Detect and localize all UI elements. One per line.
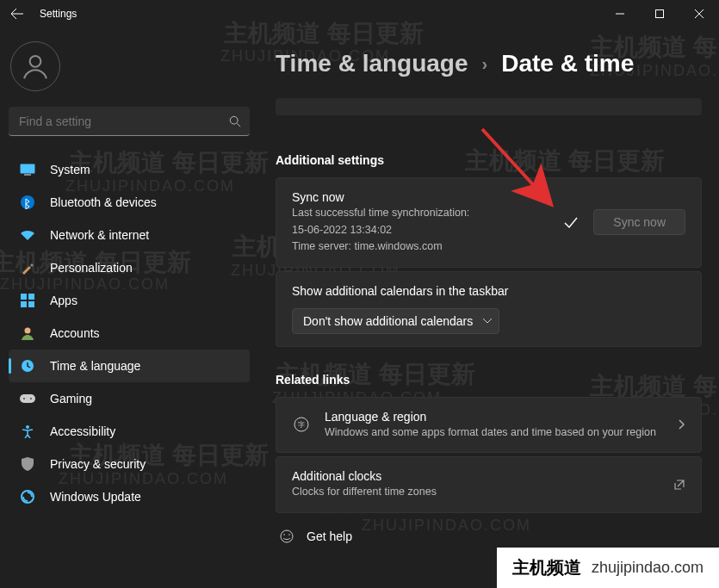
gaming-icon xyxy=(19,390,36,407)
sync-now-button[interactable]: Sync now xyxy=(593,209,685,235)
svg-point-2 xyxy=(230,116,238,124)
svg-rect-6 xyxy=(21,294,27,300)
sidebar-item-bluetooth[interactable]: Bluetooth & devices xyxy=(9,186,250,219)
sidebar-item-system[interactable]: System xyxy=(9,153,250,186)
sidebar-item-privacy[interactable]: Privacy & security xyxy=(9,448,250,480)
sidebar-item-windows-update[interactable]: Windows Update xyxy=(9,480,250,513)
chevron-right-icon xyxy=(679,419,685,430)
sidebar-item-label: Personalization xyxy=(50,261,133,275)
sidebar-item-label: Bluetooth & devices xyxy=(50,195,157,209)
sync-title: Sync now xyxy=(292,190,549,204)
sidebar-item-personalization[interactable]: Personalization xyxy=(9,251,250,284)
network-icon xyxy=(19,226,36,244)
svg-rect-9 xyxy=(28,301,34,307)
clocks-title: Additional clocks xyxy=(292,469,660,483)
sidebar-item-network[interactable]: Network & internet xyxy=(9,219,250,251)
help-label: Get help xyxy=(307,529,352,543)
titlebar: Settings xyxy=(0,0,719,28)
minimize-button[interactable] xyxy=(600,0,640,28)
svg-point-15 xyxy=(26,425,29,429)
svg-point-19 xyxy=(281,530,293,542)
main-content: Time & language › Date & time Additional… xyxy=(258,28,719,588)
watermark-badge: 主机频道 zhujipindao.com xyxy=(497,548,719,588)
calendars-title: Show additional calendars in the taskbar xyxy=(292,284,508,298)
sidebar-item-accessibility[interactable]: Accessibility xyxy=(9,415,250,448)
sidebar-item-accounts[interactable]: Accounts xyxy=(9,317,250,350)
back-button[interactable] xyxy=(7,3,28,24)
search-input[interactable] xyxy=(9,115,220,128)
sidebar-item-label: Time & language xyxy=(50,359,140,373)
sidebar-item-label: Privacy & security xyxy=(50,457,146,471)
svg-point-10 xyxy=(25,328,31,334)
svg-point-14 xyxy=(30,398,32,399)
close-button[interactable] xyxy=(679,0,719,28)
sidebar-item-label: Accounts xyxy=(50,326,100,340)
svg-point-20 xyxy=(283,534,285,535)
calendars-selected: Don't show additional calendars xyxy=(303,314,473,328)
language-sub: Windows and some apps format dates and t… xyxy=(325,425,665,441)
svg-point-1 xyxy=(30,56,41,67)
svg-rect-0 xyxy=(656,10,664,18)
nav-list: System Bluetooth & devices Network & int… xyxy=(9,153,250,513)
badge-cn: 主机频道 xyxy=(512,556,581,579)
window-title: Settings xyxy=(40,8,77,20)
external-link-icon xyxy=(673,479,685,491)
svg-rect-3 xyxy=(21,164,35,174)
accounts-icon xyxy=(19,325,36,342)
svg-rect-8 xyxy=(21,301,27,307)
section-heading-related: Related links xyxy=(276,373,702,387)
sidebar-item-apps[interactable]: Apps xyxy=(9,284,250,317)
svg-rect-4 xyxy=(24,174,31,176)
bluetooth-icon xyxy=(19,194,36,211)
breadcrumb-parent[interactable]: Time & language xyxy=(276,50,468,77)
breadcrumb-current: Date & time xyxy=(501,50,634,77)
calendars-card: Show additional calendars in the taskbar… xyxy=(276,271,702,347)
calendars-select[interactable]: Don't show additional calendars xyxy=(292,308,499,334)
apps-icon xyxy=(19,292,36,309)
sidebar-item-label: Network & internet xyxy=(50,228,149,242)
language-icon: 字 xyxy=(292,415,311,434)
svg-rect-7 xyxy=(28,294,34,300)
system-icon xyxy=(19,161,36,178)
sidebar-item-label: Apps xyxy=(50,294,77,307)
additional-clocks-card[interactable]: Additional clocks Clocks for different t… xyxy=(276,456,702,513)
search-box[interactable] xyxy=(9,107,250,136)
sync-last-value: 15-06-2022 13:34:02 xyxy=(292,223,549,238)
search-icon xyxy=(220,115,250,127)
get-help-link[interactable]: Get help xyxy=(276,529,702,544)
badge-domain: zhujipindao.com xyxy=(592,559,704,577)
avatar[interactable] xyxy=(10,41,60,91)
chevron-right-icon: › xyxy=(482,54,488,74)
chevron-down-icon xyxy=(483,319,492,324)
sidebar: System Bluetooth & devices Network & int… xyxy=(0,28,258,588)
svg-point-21 xyxy=(288,534,290,535)
sidebar-item-gaming[interactable]: Gaming xyxy=(9,382,250,415)
shield-icon xyxy=(19,455,36,473)
sidebar-item-label: Gaming xyxy=(50,392,92,405)
maximize-button[interactable] xyxy=(640,0,679,28)
personalization-icon xyxy=(19,259,36,276)
collapsed-card xyxy=(276,98,702,115)
accessibility-icon xyxy=(19,423,36,440)
sidebar-item-label: Windows Update xyxy=(50,490,141,504)
breadcrumb: Time & language › Date & time xyxy=(276,50,702,77)
svg-text:字: 字 xyxy=(298,421,305,429)
clocks-sub: Clocks for different time zones xyxy=(292,485,660,500)
language-title: Language & region xyxy=(325,410,665,424)
section-heading-additional: Additional settings xyxy=(276,153,702,167)
update-icon xyxy=(19,488,36,505)
clock-icon xyxy=(19,357,36,374)
sidebar-item-label: System xyxy=(50,163,90,176)
help-icon xyxy=(279,529,294,544)
checkmark-icon xyxy=(561,212,581,232)
sidebar-item-time-language[interactable]: Time & language xyxy=(9,350,250,382)
sync-last-label: Last successful time synchronization: xyxy=(292,206,549,221)
sidebar-item-label: Accessibility xyxy=(50,424,115,438)
svg-point-13 xyxy=(23,398,25,399)
sync-server: Time server: time.windows.com xyxy=(292,239,549,255)
language-region-card[interactable]: 字 Language & region Windows and some app… xyxy=(276,397,702,454)
svg-rect-12 xyxy=(20,394,35,403)
sync-card: Sync now Last successful time synchroniz… xyxy=(276,177,702,268)
